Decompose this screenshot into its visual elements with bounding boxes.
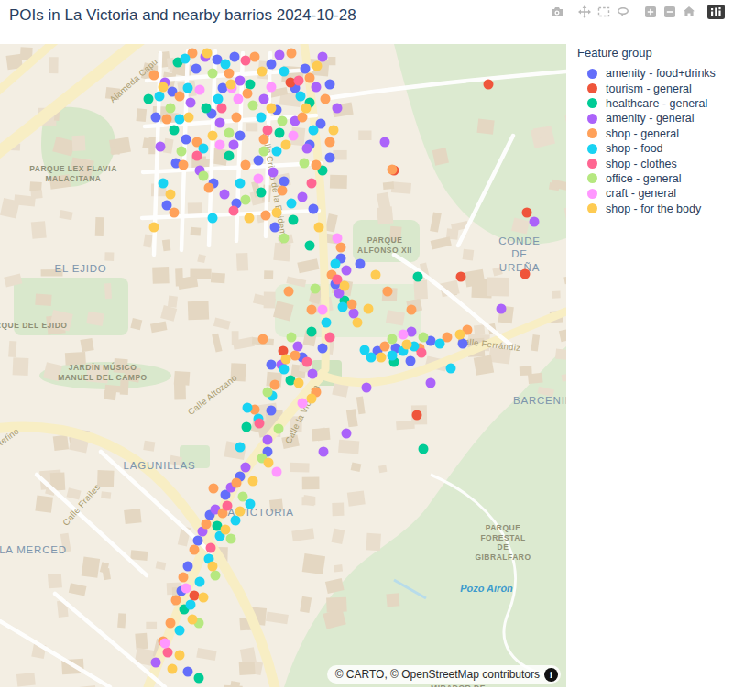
poi-dot [353, 318, 363, 328]
poi-dot [202, 104, 212, 114]
legend-item-5[interactable]: shop - food [577, 141, 731, 156]
legend-swatch-icon [587, 144, 597, 154]
poi-dot [181, 135, 191, 145]
poi-dot [179, 160, 189, 170]
poi-dot [318, 305, 328, 315]
poi-dot [419, 333, 429, 343]
poi-dot [211, 571, 221, 581]
attribution-text[interactable]: © CARTO, © OpenStreetMap contributors [335, 668, 540, 681]
poi-dot [300, 159, 310, 169]
legend-item-9[interactable]: shop - for the body [577, 202, 731, 216]
poi-dot [259, 147, 269, 157]
poi-dot [497, 304, 507, 314]
legend-item-3[interactable]: amenity - general [577, 111, 731, 126]
modebar [539, 4, 726, 20]
poi-dot [287, 199, 297, 209]
legend-label: shop - food [606, 142, 663, 155]
poi-dot [412, 410, 422, 421]
poi-dot [226, 80, 236, 90]
poi-dot [248, 476, 258, 487]
poi-dot [267, 104, 277, 114]
legend-item-0[interactable]: amenity - food+drinks [577, 66, 731, 81]
legend-item-6[interactable]: shop - clothes [577, 156, 731, 170]
legend-item-7[interactable]: office - general [577, 171, 731, 186]
box-select-icon[interactable] [594, 4, 613, 20]
poi-dot [267, 360, 277, 370]
poi-dot [175, 626, 185, 636]
poi-dot [243, 403, 253, 413]
poi-dot [261, 211, 271, 221]
legend-label: amenity - food+drinks [606, 67, 716, 80]
poi-dot [149, 71, 159, 81]
poi-dot [377, 353, 387, 363]
poi-dot [170, 126, 180, 136]
poi-dot [305, 73, 315, 83]
plotly-logo[interactable] [706, 4, 726, 20]
info-icon[interactable]: i [544, 668, 558, 682]
poi-dot [234, 94, 244, 104]
poi-dot [263, 435, 273, 445]
poi-dot [333, 104, 343, 114]
poi-dot [267, 82, 277, 93]
zoom-out-icon[interactable] [660, 4, 679, 20]
poi-dot [455, 330, 465, 340]
legend-swatch-icon [587, 189, 597, 199]
poi-dot [229, 140, 239, 150]
legend-title: Feature group [577, 46, 731, 60]
legend-item-4[interactable]: shop - general [577, 126, 731, 141]
poi-dot [248, 101, 258, 111]
poi-dot [238, 492, 248, 502]
poi-dots-layer [0, 44, 566, 687]
poi-dot [183, 83, 193, 93]
poi-dot [217, 104, 227, 114]
poi-dot [347, 300, 357, 310]
poi-dot [319, 447, 329, 457]
zoom-in-icon[interactable] [640, 4, 660, 20]
poi-dot [149, 223, 159, 233]
poi-dot [151, 113, 161, 123]
poi-dot [289, 131, 299, 141]
poi-dot [166, 618, 176, 629]
poi-dot [163, 648, 173, 658]
pan-icon[interactable] [574, 4, 594, 20]
poi-dot [294, 76, 304, 86]
poi-dot [419, 444, 429, 454]
poi-dot [232, 478, 242, 488]
poi-dot [272, 467, 282, 477]
poi-dot [162, 115, 172, 125]
map-canvas[interactable]: Alameda CapuPARQUE LEX FLAVIA MALACITANA… [0, 44, 566, 687]
poi-dot [208, 213, 218, 224]
poi-dot [215, 140, 225, 150]
poi-dot [199, 171, 209, 181]
poi-dot [267, 406, 277, 416]
reset-view-icon[interactable] [679, 4, 698, 20]
poi-dot [289, 215, 299, 225]
poi-dot [259, 135, 269, 145]
poi-dot [364, 304, 374, 314]
legend-item-2[interactable]: healthcare - general [577, 96, 731, 111]
poi-dot [235, 131, 246, 141]
poi-dot [312, 82, 322, 93]
poi-dot [183, 667, 193, 677]
poi-dot [383, 287, 393, 297]
poi-dot [301, 104, 312, 114]
poi-dot [435, 339, 445, 349]
poi-dot [241, 195, 251, 205]
poi-dot [243, 89, 253, 99]
poi-dot [259, 94, 269, 104]
legend-swatch-icon [587, 69, 597, 79]
legend-item-8[interactable]: craft - general [577, 186, 731, 201]
lasso-select-icon[interactable] [613, 4, 632, 20]
legend-label: shop - general [606, 127, 679, 140]
map-attribution[interactable]: © CARTO, © OpenStreetMap contributors i [327, 665, 561, 684]
legend-label: tourism - general [606, 82, 692, 95]
poi-dot [279, 67, 290, 77]
poi-dot [307, 394, 317, 404]
poi-dot [224, 69, 235, 79]
poi-dot [318, 344, 328, 354]
poi-dot [302, 357, 312, 367]
legend-label: shop - clothes [606, 158, 677, 170]
download-plot-icon[interactable] [547, 4, 566, 20]
legend-item-1[interactable]: tourism - general [577, 81, 731, 95]
poi-dot [231, 516, 241, 526]
